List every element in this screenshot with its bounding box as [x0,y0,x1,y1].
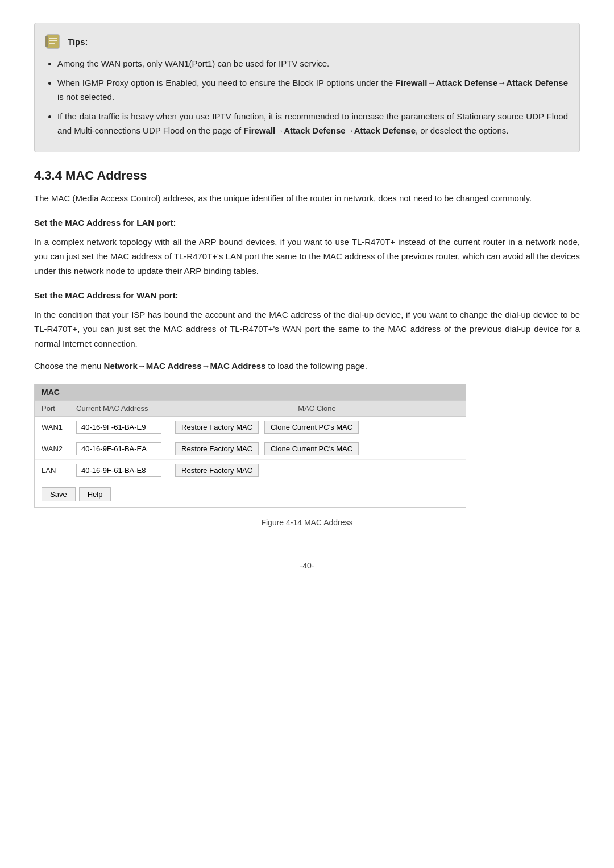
header-current-mac: Current MAC Address [69,401,168,417]
page-number: -40- [34,561,580,570]
menu-instruction: Choose the menu Network→MAC Address→MAC … [34,359,580,373]
mac-lan [69,459,168,481]
section-heading: 4.3.4 MAC Address [34,168,580,183]
svg-rect-0 [47,35,59,48]
tips-icon [44,32,62,51]
tips-box: Tips: Among the WAN ports, only WAN1(Por… [34,23,580,152]
menu-bold: Network→MAC Address→MAC Address [104,361,266,371]
intro-paragraph: The MAC (Media Access Control) address, … [34,191,580,206]
tips-item-1: Among the WAN ports, only WAN1(Port1) ca… [57,56,568,71]
save-row: Save Help [35,481,466,507]
mac-input-lan[interactable] [76,464,161,477]
clone-cell-wan2: Restore Factory MAC Clone Current PC's M… [168,438,466,459]
lan-subheading: Set the MAC Address for LAN port: [34,215,580,230]
header-port: Port [35,401,69,417]
mac-table-wrapper: MAC Port Current MAC Address MAC Clone W… [34,384,466,508]
mac-wan1 [69,416,168,438]
wan-text: In the condition that your ISP has bound… [34,308,580,351]
port-lan: LAN [35,459,69,481]
tips-item-3: If the data traffic is heavy when you us… [57,109,568,138]
section-title: MAC Address [65,168,147,182]
port-wan1: WAN1 [35,416,69,438]
wan-subheading: Set the MAC Address for WAN port: [34,288,580,303]
svg-rect-1 [45,36,48,47]
table-row: WAN2 Restore Factory MAC Clone Current P… [35,438,466,459]
restore-factory-mac-wan2[interactable]: Restore Factory MAC [175,442,259,455]
mac-input-wan1[interactable] [76,421,161,434]
tips-item-2: When IGMP Proxy option is Enabled, you n… [57,76,568,105]
clone-current-pc-mac-wan1[interactable]: Clone Current PC's MAC [264,421,359,434]
mac-table-title: MAC [35,384,466,401]
mac-table: Port Current MAC Address MAC Clone WAN1 … [35,401,466,481]
restore-factory-mac-wan1[interactable]: Restore Factory MAC [175,421,259,434]
table-row: WAN1 Restore Factory MAC Clone Current P… [35,416,466,438]
header-mac-clone: MAC Clone [168,401,466,417]
section-number: 4.3.4 [34,168,62,182]
lan-text: In a complex network topology with all t… [34,235,580,279]
tips-list: Among the WAN ports, only WAN1(Port1) ca… [44,56,568,138]
tips-header: Tips: [44,32,568,51]
table-row: LAN Restore Factory MAC [35,459,466,481]
save-button[interactable]: Save [42,487,76,501]
restore-factory-mac-lan[interactable]: Restore Factory MAC [175,464,259,477]
mac-wan2 [69,438,168,459]
help-button[interactable]: Help [79,487,111,501]
mac-input-wan2[interactable] [76,442,161,455]
port-wan2: WAN2 [35,438,69,459]
figure-caption: Figure 4-14 MAC Address [34,518,580,527]
clone-cell-wan1: Restore Factory MAC Clone Current PC's M… [168,416,466,438]
clone-current-pc-mac-wan2[interactable]: Clone Current PC's MAC [264,442,359,455]
clone-cell-lan: Restore Factory MAC [168,459,466,481]
tips-label: Tips: [68,37,88,47]
